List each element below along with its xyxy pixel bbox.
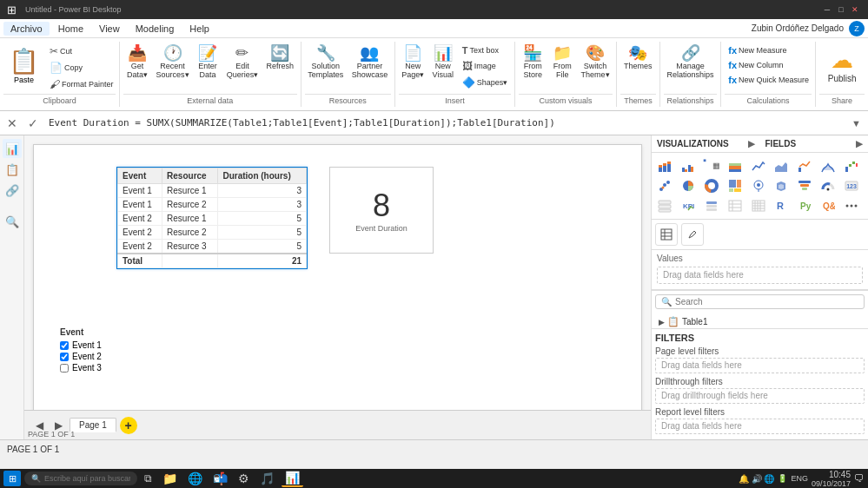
- edit-queries-button[interactable]: ✏ EditQueries▾: [223, 43, 262, 81]
- viz-kpi[interactable]: KPI: [679, 196, 698, 215]
- viz-line[interactable]: [749, 156, 768, 175]
- partner-showcase-button[interactable]: 👥 PartnerShowcase: [348, 43, 391, 81]
- switch-theme-button[interactable]: 🎨 SwitchTheme▾: [578, 43, 613, 81]
- close-btn[interactable]: ✕: [849, 3, 861, 16]
- new-measure-button[interactable]: fx New Measure: [725, 43, 812, 57]
- locale-label: ENG: [791, 474, 808, 483]
- fields-search-input[interactable]: [675, 297, 858, 307]
- page-filters-drop[interactable]: Drag data fields here: [655, 358, 865, 373]
- visualizations-tab[interactable]: VISUALIZATIONS ▶: [652, 135, 760, 152]
- viz-waterfall[interactable]: [842, 156, 861, 175]
- minimize-btn[interactable]: ─: [821, 3, 833, 16]
- notifications-btn[interactable]: 🗨: [854, 472, 865, 485]
- report-view-icon[interactable]: 📊: [3, 139, 22, 158]
- page-info-status: PAGE 1 OF 1: [7, 445, 59, 454]
- new-column-button[interactable]: fx New Column: [725, 58, 812, 72]
- solution-templates-button[interactable]: 🔧 SolutionTemplates: [305, 43, 347, 81]
- manage-relationships-button[interactable]: 🔗 ManageRelationships: [664, 43, 717, 81]
- text-box-button[interactable]: T Text box: [459, 43, 512, 57]
- paste-button[interactable]: 📋 Paste: [3, 43, 44, 88]
- drillthrough-drop[interactable]: Drag drillthrough fields here: [655, 388, 865, 404]
- viz-gauge[interactable]: [818, 176, 838, 195]
- shapes-button[interactable]: 🔷 Shapes▾: [459, 75, 512, 90]
- mail-btn[interactable]: 📬: [209, 471, 231, 486]
- get-data-button[interactable]: 📥 GetData▾: [123, 43, 151, 81]
- cut-button[interactable]: ✂ Cut: [46, 43, 117, 59]
- table-visual[interactable]: Event Resource Duration (hours) Event 1 …: [116, 167, 308, 269]
- powerbi-taskbar-btn[interactable]: 📊: [282, 470, 303, 487]
- image-button[interactable]: 🖼 Image: [459, 58, 512, 74]
- viz-filled-map[interactable]: [772, 176, 791, 195]
- new-page-button[interactable]: 📄 NewPage▾: [399, 43, 427, 81]
- report-filters-drop[interactable]: Drag data fields here: [655, 419, 865, 434]
- viz-100-stacked[interactable]: [726, 156, 745, 175]
- viz-format-btn[interactable]: [681, 223, 704, 246]
- report-canvas[interactable]: Event Event 1 Event 2 Event 3: [33, 144, 642, 413]
- from-store-button[interactable]: 🏪 FromStore: [519, 43, 547, 81]
- data-view-icon[interactable]: 📋: [3, 160, 22, 179]
- menu-view[interactable]: View: [92, 22, 127, 36]
- viz-scatter[interactable]: [655, 176, 674, 195]
- page1-tab[interactable]: Page 1: [70, 418, 116, 432]
- file-explorer-btn[interactable]: 📁: [159, 471, 181, 486]
- themes-button[interactable]: 🎭 Themes: [620, 43, 656, 72]
- formula-cancel-button[interactable]: ✕: [3, 115, 21, 132]
- maximize-btn[interactable]: □: [835, 3, 847, 16]
- publish-button[interactable]: ☁ Publish: [819, 43, 865, 87]
- fields-tab[interactable]: FIELDS ▶: [760, 135, 869, 152]
- enter-data-button[interactable]: 📝 EnterData: [194, 43, 222, 81]
- viz-matrix[interactable]: [749, 196, 768, 215]
- viz-treemap[interactable]: [726, 176, 745, 195]
- card-visual[interactable]: 8 Event Duration: [329, 167, 434, 254]
- viz-donut[interactable]: [702, 176, 721, 195]
- analytics-icon[interactable]: 🔍: [3, 212, 22, 231]
- event2-checkbox[interactable]: [60, 353, 69, 361]
- music-btn[interactable]: 🎵: [256, 471, 278, 486]
- viz-qa[interactable]: Q&A: [818, 196, 838, 215]
- from-file-button[interactable]: 📁 FromFile: [548, 43, 576, 81]
- event1-checkbox[interactable]: [60, 341, 69, 350]
- viz-slicer[interactable]: [702, 196, 721, 215]
- formula-input[interactable]: [45, 115, 845, 130]
- fields-search-box[interactable]: 🔍: [655, 294, 865, 309]
- viz-multi-row-card[interactable]: [655, 196, 674, 215]
- viz-fields-btn[interactable]: [655, 223, 678, 246]
- viz-map[interactable]: [749, 176, 768, 195]
- new-quick-measure-button[interactable]: fx New Quick Measure: [725, 73, 812, 87]
- taskbar-search[interactable]: 🔍: [24, 472, 137, 485]
- viz-funnel[interactable]: [795, 176, 814, 195]
- task-view-button[interactable]: ⧉: [141, 472, 156, 485]
- table1-tree-item[interactable]: ▶ 📋 Table1: [655, 314, 865, 328]
- formula-confirm-button[interactable]: ✓: [24, 115, 42, 132]
- settings-btn[interactable]: ⚙: [235, 471, 253, 486]
- start-button[interactable]: ⊞: [3, 471, 21, 486]
- viz-pie[interactable]: [679, 176, 698, 195]
- copy-button[interactable]: 📄 Copy: [46, 60, 117, 76]
- viz-stacked-bar[interactable]: [655, 156, 674, 175]
- menu-help[interactable]: Help: [182, 22, 216, 36]
- format-painter-button[interactable]: 🖌 Format Painter: [46, 76, 117, 92]
- taskbar-search-input[interactable]: [44, 474, 130, 483]
- model-view-icon[interactable]: 🔗: [3, 181, 22, 200]
- recent-sources-button[interactable]: 🕐 RecentSources▾: [153, 43, 192, 81]
- values-drop-area[interactable]: Drag data fields here: [657, 267, 863, 284]
- viz-table-icon[interactable]: [726, 196, 745, 215]
- menu-archivo[interactable]: Archivo: [3, 22, 50, 36]
- viz-clustered-bar[interactable]: [679, 156, 698, 175]
- menu-home[interactable]: Home: [51, 22, 90, 36]
- menu-modeling[interactable]: Modeling: [129, 22, 182, 36]
- formula-expand-button[interactable]: ▼: [848, 116, 865, 130]
- viz-ribbon[interactable]: [818, 156, 838, 175]
- new-visual-button[interactable]: 📊 NewVisual: [429, 43, 457, 81]
- viz-area[interactable]: [772, 156, 791, 175]
- viz-card[interactable]: 123: [842, 176, 861, 195]
- viz-r-visual[interactable]: R: [772, 196, 791, 215]
- refresh-button[interactable]: 🔄 Refresh: [263, 43, 297, 72]
- edge-btn[interactable]: 🌐: [184, 471, 206, 486]
- viz-stacked-col[interactable]: ▦: [702, 156, 721, 175]
- viz-python-visual[interactable]: Py: [795, 196, 814, 215]
- viz-line-clustered[interactable]: [795, 156, 814, 175]
- viz-more[interactable]: [842, 196, 861, 215]
- add-page-button[interactable]: +: [120, 417, 137, 434]
- event3-checkbox[interactable]: [60, 364, 69, 373]
